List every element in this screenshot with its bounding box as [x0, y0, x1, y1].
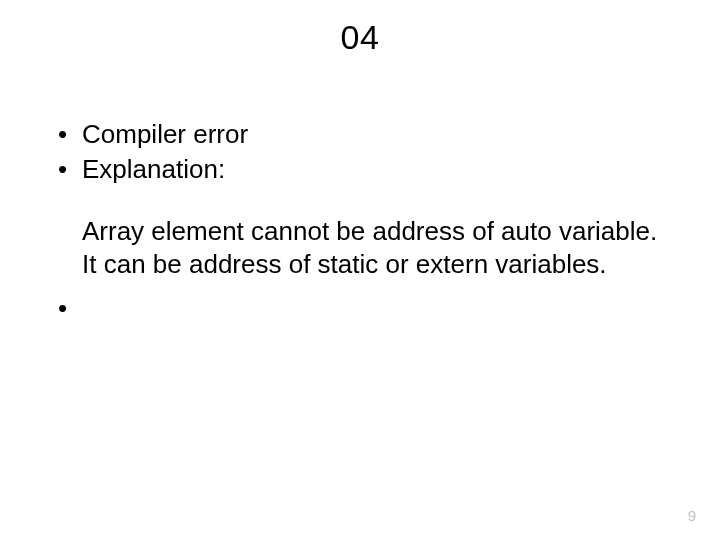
bullet-list: Compiler error Explanation:	[54, 118, 660, 185]
slide-title: 04	[0, 18, 720, 57]
slide: 04 Compiler error Explanation: Array ele…	[0, 0, 720, 540]
page-number: 9	[688, 507, 696, 524]
explanation-paragraph: Array element cannot be address of auto …	[82, 215, 660, 280]
slide-body: Compiler error Explanation: Array elemen…	[54, 118, 660, 292]
bullet-item-1: Compiler error	[54, 118, 660, 151]
bullet-item-2: Explanation:	[54, 153, 660, 186]
